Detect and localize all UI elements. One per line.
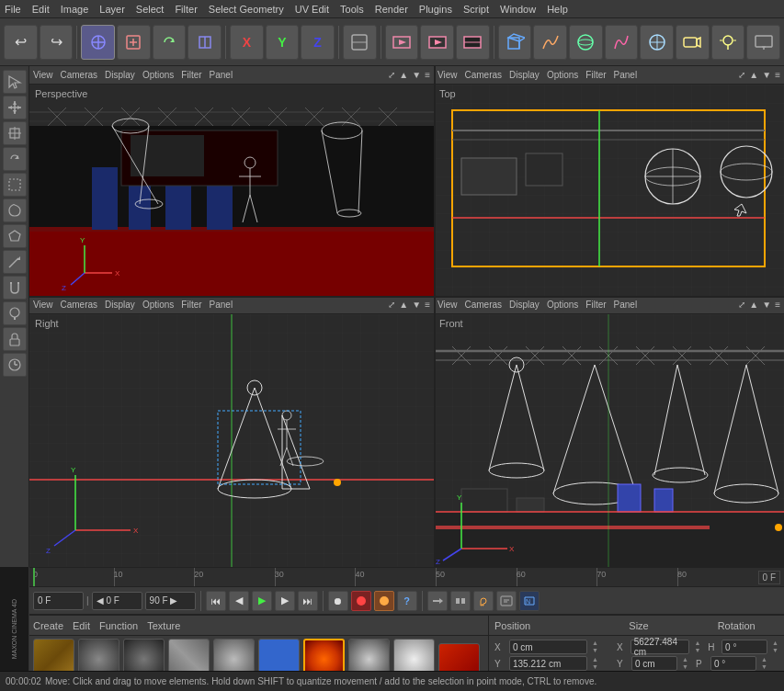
vp-front-display[interactable]: Display: [509, 300, 540, 310]
size-x-stepper[interactable]: ▲▼: [694, 640, 700, 654]
mat-edit[interactable]: Edit: [73, 620, 90, 631]
vp-right-options[interactable]: Options: [142, 300, 174, 310]
keyframe-help-btn[interactable]: ?: [397, 591, 417, 611]
keyframe-rot-btn[interactable]: [374, 591, 394, 611]
go-start-btn[interactable]: ⏮: [206, 591, 226, 611]
pos-y-field[interactable]: 135.212 cm: [509, 656, 587, 671]
viewport-right[interactable]: View Cameras Display Options Filter Pane…: [29, 296, 434, 567]
render-active-btn[interactable]: [420, 25, 454, 60]
vp-right-expand[interactable]: ⤢: [388, 300, 395, 310]
viewport-front[interactable]: View Cameras Display Options Filter Pane…: [434, 296, 784, 567]
rot-p-stepper[interactable]: ▲▼: [761, 656, 767, 671]
camera-btn[interactable]: [676, 25, 710, 60]
brush-tool[interactable]: [3, 301, 27, 325]
vp-perspective-down[interactable]: ▼: [412, 70, 421, 80]
vp-right-cameras[interactable]: Cameras: [61, 300, 98, 310]
menu-select-geometry[interactable]: Select Geometry: [209, 4, 284, 15]
render-settings-btn[interactable]: [456, 25, 490, 60]
vp-right-filter[interactable]: Filter: [181, 300, 201, 310]
vp-front-up[interactable]: ▲: [749, 300, 758, 310]
scale-tool[interactable]: [187, 25, 222, 60]
vp-perspective-options[interactable]: Options: [142, 70, 174, 80]
vp-right-up[interactable]: ▲: [399, 300, 408, 310]
motion-settings-btn[interactable]: [496, 591, 517, 611]
size-y-field[interactable]: 0 cm: [631, 656, 677, 671]
pos-x-field[interactable]: 0 cm: [509, 640, 587, 654]
y-axis-btn[interactable]: Y: [266, 25, 300, 60]
menu-tools[interactable]: Tools: [340, 4, 364, 15]
menu-window[interactable]: Window: [500, 4, 536, 15]
vp-right-down[interactable]: ▼: [412, 300, 421, 310]
motion-extra-btn[interactable]: N: [519, 591, 540, 611]
menu-edit[interactable]: Edit: [32, 4, 50, 15]
world-tool[interactable]: [343, 25, 377, 60]
vp-top-cameras[interactable]: Cameras: [465, 70, 503, 80]
polygon-tool[interactable]: [3, 224, 27, 248]
lasso-tool[interactable]: [3, 198, 27, 222]
vp-front-cameras[interactable]: Cameras: [465, 300, 503, 310]
vp-perspective-cameras[interactable]: Cameras: [61, 70, 98, 80]
vp-perspective-up[interactable]: ▲: [399, 70, 408, 80]
render-region-btn[interactable]: [385, 25, 419, 60]
environment-btn[interactable]: [640, 25, 674, 60]
mat-create[interactable]: Create: [33, 620, 63, 631]
vp-right-menu[interactable]: ≡: [425, 300, 430, 310]
vp-perspective-display[interactable]: Display: [105, 70, 135, 80]
vp-front-options[interactable]: Options: [547, 300, 578, 310]
cube-btn[interactable]: [498, 25, 532, 60]
motion-record-btn[interactable]: [427, 591, 448, 611]
vp-perspective-view[interactable]: View: [33, 70, 53, 80]
vp-front-panel[interactable]: Panel: [614, 300, 638, 310]
mat-texture[interactable]: Texture: [147, 620, 180, 631]
menu-script[interactable]: Script: [463, 4, 489, 15]
vp-right-panel[interactable]: Panel: [210, 300, 233, 310]
menu-file[interactable]: File: [5, 4, 21, 15]
size-y-stepper[interactable]: ▲▼: [682, 656, 688, 671]
play-btn[interactable]: ▶: [252, 591, 272, 611]
vp-top-menu[interactable]: ≡: [775, 70, 780, 80]
viewport-top[interactable]: View Cameras Display Options Filter Pane…: [434, 66, 784, 296]
undo-button[interactable]: ↩: [4, 25, 38, 60]
pos-x-stepper[interactable]: ▲▼: [592, 640, 598, 654]
next-frame-btn[interactable]: ▶: [275, 591, 295, 611]
display-btn[interactable]: [746, 25, 780, 60]
move-left-tool[interactable]: [3, 96, 27, 119]
box-select-tool[interactable]: [3, 173, 27, 197]
record-btn[interactable]: ⏺: [328, 591, 348, 611]
mat-function[interactable]: Function: [99, 620, 138, 631]
viewport-perspective[interactable]: View Cameras Display Options Filter Pane…: [29, 66, 434, 296]
lock-tool[interactable]: [3, 327, 27, 351]
vp-right-view[interactable]: View: [33, 300, 53, 310]
menu-select[interactable]: Select: [136, 4, 165, 15]
timeline-ruler[interactable]: 0102030405060708090: [33, 568, 758, 586]
spline-btn[interactable]: [533, 25, 567, 60]
vp-front-view[interactable]: View: [437, 300, 458, 310]
menu-plugins[interactable]: Plugins: [419, 4, 452, 15]
select-tool[interactable]: [3, 70, 27, 94]
vp-front-filter[interactable]: Filter: [585, 300, 606, 310]
motion-play-btn[interactable]: [450, 591, 471, 611]
menu-filter[interactable]: Filter: [175, 4, 197, 15]
prev-keyframe-field[interactable]: ◀ 0 F: [92, 592, 142, 610]
vp-perspective-expand[interactable]: ⤢: [388, 70, 395, 80]
scale-left-tool[interactable]: [3, 121, 27, 145]
menu-help[interactable]: Help: [547, 4, 568, 15]
rot-p-field[interactable]: 0 °: [710, 656, 756, 671]
vp-perspective-panel[interactable]: Panel: [210, 70, 233, 80]
vp-top-filter[interactable]: Filter: [585, 70, 606, 80]
rot-h-stepper[interactable]: ▲▼: [772, 640, 778, 654]
vp-top-expand[interactable]: ⤢: [738, 70, 745, 80]
vp-right-display[interactable]: Display: [105, 300, 135, 310]
light-btn[interactable]: [711, 25, 745, 60]
menu-uv-edit[interactable]: UV Edit: [295, 4, 329, 15]
add-tool[interactable]: [117, 25, 151, 60]
go-end-btn[interactable]: ⏭: [298, 591, 318, 611]
vp-front-menu[interactable]: ≡: [775, 300, 780, 310]
vp-top-up[interactable]: ▲: [749, 70, 758, 80]
nurbs-btn[interactable]: [569, 25, 603, 60]
vp-top-view[interactable]: View: [437, 70, 458, 80]
vp-perspective-filter[interactable]: Filter: [181, 70, 201, 80]
rotate-left-tool[interactable]: [3, 147, 27, 171]
vp-front-expand[interactable]: ⤢: [738, 300, 745, 310]
vp-top-options[interactable]: Options: [547, 70, 578, 80]
